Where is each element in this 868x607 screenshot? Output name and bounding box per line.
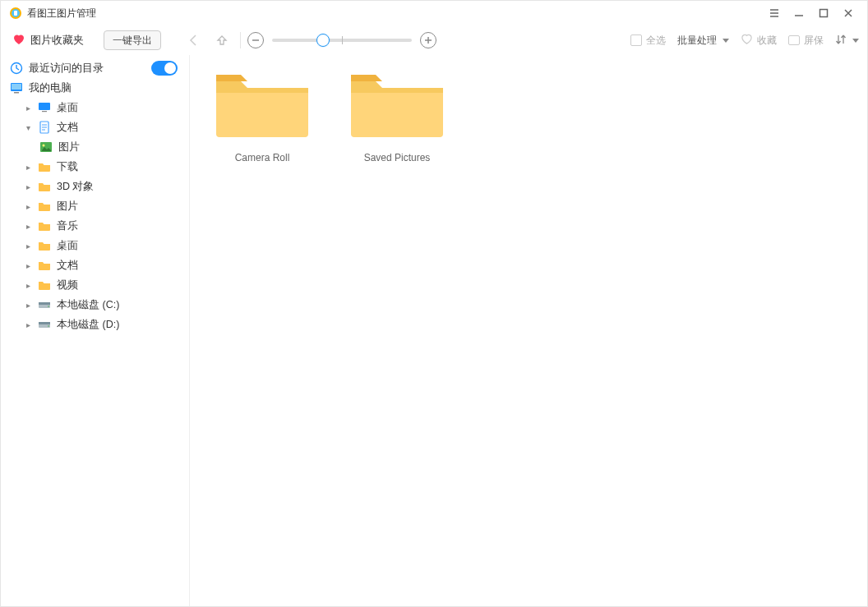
folder-label: Camera Roll [235, 152, 290, 163]
screensaver-label: 屏保 [804, 34, 824, 48]
svg-rect-8 [39, 103, 50, 110]
close-button[interactable] [836, 2, 861, 25]
folder-icon [37, 200, 52, 213]
folder-icon [211, 67, 313, 139]
sidebar-item-videos[interactable]: ▸ 视频 [1, 275, 189, 295]
sort-dropdown[interactable] [835, 34, 859, 48]
zoom-in-button[interactable] [420, 32, 436, 48]
favorites-folder[interactable]: 图片收藏夹 [9, 33, 87, 48]
expand-icon[interactable]: ▾ [24, 123, 32, 132]
recent-label: 最近访问的目录 [29, 62, 104, 76]
batch-process-label: 批量处理 [677, 34, 717, 48]
svg-rect-14 [39, 302, 50, 305]
sidebar-item-desktop-2[interactable]: ▸ 桌面 [1, 236, 189, 255]
drive-icon [37, 298, 52, 311]
zoom-slider[interactable] [272, 39, 412, 42]
folder-item[interactable]: Camera Roll [211, 67, 313, 163]
svg-rect-19 [216, 88, 308, 137]
folder-icon [37, 160, 52, 173]
sidebar-item-pictures[interactable]: ▸ 图片 [1, 196, 189, 216]
sidebar-item-drive-c[interactable]: ▸ 本地磁盘 (C:) [1, 295, 189, 315]
favorite-label: 收藏 [757, 34, 777, 48]
sidebar-item-downloads[interactable]: ▸ 下载 [1, 157, 189, 177]
sidebar-item-label: 下载 [57, 160, 78, 174]
favorites-label: 图片收藏夹 [30, 33, 84, 48]
expand-icon[interactable]: ▸ [24, 182, 32, 191]
sidebar-item-documents-2[interactable]: ▸ 文档 [1, 255, 189, 275]
slider-thumb[interactable] [316, 34, 330, 47]
sidebar-item-label: 图片 [57, 200, 78, 214]
separator [240, 32, 241, 48]
checkbox-icon [630, 34, 642, 46]
document-icon [37, 121, 52, 134]
expand-icon[interactable]: ▸ [24, 301, 32, 310]
toggle-knob [164, 62, 176, 74]
picture-icon [39, 140, 53, 154]
heart-icon [12, 33, 25, 48]
folder-icon [37, 239, 52, 252]
svg-rect-6 [12, 84, 21, 90]
expand-icon[interactable]: ▸ [24, 320, 32, 329]
sidebar-mycomputer[interactable]: 我的电脑 [1, 78, 189, 98]
select-all-label: 全选 [646, 34, 666, 48]
monitor-icon [37, 101, 52, 114]
app-icon [9, 7, 22, 20]
monitor-icon [788, 35, 800, 45]
sidebar-item-desktop[interactable]: ▸ 桌面 [1, 98, 189, 117]
sidebar-item-label: 桌面 [57, 101, 78, 115]
favorite-button[interactable]: 收藏 [741, 33, 777, 48]
sidebar-item-label: 音乐 [57, 219, 78, 233]
menu-button[interactable] [762, 2, 787, 25]
folder-icon [37, 219, 52, 232]
folder-icon [37, 278, 52, 292]
window-title: 看图王图片管理 [27, 7, 96, 21]
folder-item[interactable]: Saved Pictures [346, 67, 448, 163]
expand-icon[interactable]: ▸ [24, 241, 32, 251]
sidebar-item-drive-d[interactable]: ▸ 本地磁盘 (D:) [1, 315, 189, 334]
folder-label: Saved Pictures [364, 152, 431, 163]
folder-icon [37, 259, 52, 272]
zoom-out-button[interactable] [247, 32, 264, 48]
sidebar-item-3dobjects[interactable]: ▸ 3D 对象 [1, 177, 189, 196]
expand-icon[interactable]: ▸ [24, 222, 32, 231]
monitor-icon [9, 81, 24, 94]
slider-tick [342, 36, 343, 44]
drive-icon [37, 318, 52, 331]
maximize-button[interactable] [811, 2, 836, 25]
sidebar-item-label: 图片 [58, 140, 80, 154]
select-all-checkbox[interactable]: 全选 [630, 34, 666, 48]
heart-outline-icon [741, 33, 753, 48]
chevron-down-icon [723, 39, 729, 43]
mycomputer-label: 我的电脑 [29, 81, 72, 95]
expand-icon[interactable]: ▸ [24, 261, 32, 270]
clock-icon [9, 62, 24, 75]
recent-toggle[interactable] [151, 61, 178, 76]
expand-icon[interactable]: ▸ [24, 281, 32, 290]
sidebar-item-pictures-child[interactable]: 图片 [1, 137, 189, 157]
sidebar-item-label: 文档 [57, 259, 78, 273]
up-button[interactable] [210, 29, 233, 52]
expand-icon[interactable]: ▸ [24, 163, 32, 172]
svg-rect-17 [39, 322, 50, 324]
svg-rect-7 [14, 92, 19, 94]
svg-point-12 [43, 145, 45, 147]
sidebar-item-label: 3D 对象 [57, 180, 94, 194]
expand-icon[interactable]: ▸ [24, 103, 32, 113]
expand-icon[interactable]: ▸ [24, 202, 32, 211]
folder-icon [37, 180, 52, 193]
sidebar-item-documents[interactable]: ▾ 文档 [1, 117, 189, 137]
minimize-button[interactable] [787, 2, 811, 25]
svg-rect-3 [820, 10, 828, 17]
screensaver-button[interactable]: 屏保 [788, 34, 824, 48]
batch-process-dropdown[interactable]: 批量处理 [677, 34, 729, 48]
content-area: Camera Roll Saved Pictures [190, 55, 867, 606]
sidebar-item-label: 文档 [57, 121, 78, 135]
sidebar: 最近访问的目录 我的电脑 ▸ 桌面 ▾ 文档 图片 ▸ 下载 [1, 55, 190, 606]
export-button[interactable]: 一键导出 [104, 30, 161, 50]
sidebar-recent[interactable]: 最近访问的目录 [1, 58, 189, 78]
sidebar-item-music[interactable]: ▸ 音乐 [1, 216, 189, 236]
sidebar-item-label: 本地磁盘 (D:) [57, 318, 119, 332]
back-button[interactable] [182, 29, 205, 52]
svg-rect-2 [14, 11, 17, 16]
svg-rect-20 [351, 88, 443, 137]
